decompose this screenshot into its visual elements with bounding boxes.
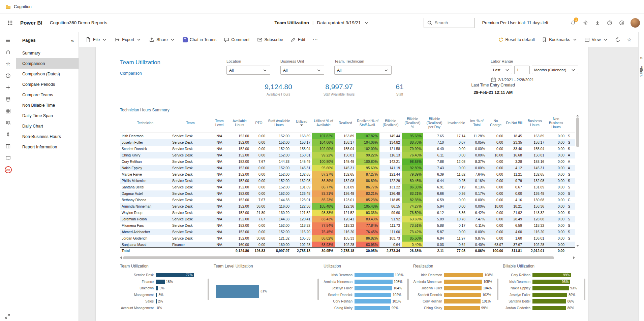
bar-finance[interactable] [156,280,165,284]
comment-button[interactable]: Comment [224,37,249,42]
subscribe-button[interactable]: Subscribe [257,37,283,42]
column-header-realized-of-staff-avail[interactable]: Realized % of Staff Avail. [356,114,379,133]
chart-scrollbar[interactable] [497,279,498,300]
search-input[interactable] [435,21,468,25]
chart-scrollbar[interactable] [407,279,409,300]
table-row[interactable]: Jordan GoderichService DeskN/A152.0030.6… [120,235,575,242]
table-row[interactable]: Sanjuana MassiFinanceN/A160.000.00160.00… [120,242,575,247]
apps-icon[interactable] [0,105,16,117]
table-horizontal-scrollbar[interactable] [120,255,575,260]
column-header-pto[interactable]: PTO [251,114,267,133]
create-plus-icon[interactable] [0,81,16,93]
bar-unknown[interactable] [156,286,158,290]
waffle-menu-icon[interactable] [4,17,16,29]
column-header-business-hours[interactable]: Business Hours [524,114,546,133]
shared-people-icon[interactable] [0,117,16,129]
column-header-no-charge[interactable]: No Charge [487,114,505,133]
bar-ching-kiniry[interactable] [355,306,390,310]
table-row[interactable]: Scarlett DonnickService DeskN/A152.000.0… [120,146,575,152]
table-row[interactable]: Ahmed AshbacherService DeskN/A152.000.00… [120,229,575,235]
view-menu[interactable]: View [584,37,608,42]
bar-jordan-goderich[interactable] [532,306,566,310]
slicer-dropdown-team-technician[interactable]: All [334,66,392,75]
feedback-button[interactable] [616,17,628,29]
bar-management[interactable] [156,293,157,297]
column-header-technician[interactable]: Technician [120,114,171,133]
bar-cory-relihan[interactable] [355,299,391,304]
page-item-compare-periods[interactable]: Compare Periods [16,79,79,90]
column-header-realized[interactable]: Realized [335,114,356,133]
fit-to-page-icon[interactable] [5,314,10,319]
reset-to-default-button[interactable]: Reset to default [498,37,535,42]
column-header-hidden[interactable] [566,114,575,133]
slicer-dropdown-business-unit[interactable]: All [280,66,324,75]
bar-irish-dearmon[interactable] [355,273,394,277]
table-row[interactable]: Filomena FarsService DeskN/A152.000.0015… [120,222,575,229]
expand-filters-icon[interactable]: « [640,55,643,60]
edit-button[interactable]: Edit [290,37,305,42]
column-header-invoiceable[interactable]: Invoiceable [446,114,467,133]
column-header-inv-of-total[interactable]: Inv. % of Total [467,114,487,133]
scroll-left-arrow[interactable] [120,256,122,259]
bar-scarlett-donnick[interactable] [444,293,481,297]
bar-sales[interactable] [156,299,157,304]
column-header-available-hours[interactable]: Available Hours [228,114,251,133]
hamburger-menu-icon[interactable] [0,34,16,46]
labor-period-dropdown[interactable]: Last [491,66,512,74]
bookmark-label[interactable]: Cognition [14,4,32,9]
favorite-star-button[interactable]: ☆ [627,37,632,43]
column-header-team-level[interactable]: Team Level [210,114,228,133]
table-row[interactable]: Phillis MckenizeService DeskN/A152.000.0… [120,178,575,184]
my-workspace-icon[interactable] [0,152,16,164]
filters-pane-label[interactable]: Filters [639,66,644,77]
cognition360-app-icon[interactable] [0,164,16,176]
table-row[interactable]: Waylon RoupService DeskN/A152.0021.80130… [120,210,575,216]
page-item-non-business-hours[interactable]: Non-Business Hours [16,131,79,142]
slicer-dropdown-location[interactable]: All [226,66,270,75]
page-item-report-information[interactable]: Report Information [16,142,79,152]
home-icon[interactable] [0,46,16,58]
learn-icon[interactable] [0,129,16,140]
table-row[interactable]: Jeremiah HollonService DeskN/A152.007.67… [120,216,575,222]
bar-arminda-ninneman[interactable] [355,280,393,284]
page-item-daily-chart[interactable]: Daily Chart [16,121,79,131]
table-row[interactable]: Cory RelihanService DeskN/A152.007.67144… [120,158,575,165]
column-header-do-not-bill[interactable]: Do Not Bill [505,114,524,133]
data-updated-label[interactable]: Data updated 3/19/21 [317,20,361,25]
export-menu[interactable]: Export [115,37,142,42]
bar-joselyn-fuller[interactable] [532,293,567,297]
scroll-up-arrow[interactable] [576,115,579,116]
bar-ching-kiniry[interactable] [444,306,480,310]
column-header-utilized-of-available[interactable]: Utilized % of Available [312,114,335,133]
page-item-comparison[interactable]: Comparison [16,58,79,69]
chart-scrollbar[interactable] [317,279,319,300]
labor-unit-dropdown[interactable]: Months (Calendar) [532,66,578,74]
column-header-utilized[interactable]: Utilized [291,114,312,133]
notifications-button[interactable]: 1 [567,17,579,29]
bar-team-level-utilization[interactable] [216,285,259,298]
page-item-comparison-dates[interactable]: Comparison (Dates) [16,69,79,79]
share-button[interactable]: Share [149,37,175,42]
refresh-button[interactable] [615,37,620,42]
workspaces-icon[interactable] [0,140,16,152]
column-header-billable-realized[interactable]: Billable (Realized) % [402,114,423,133]
chevron-down-icon[interactable] [364,20,369,26]
column-header-billable-realized[interactable]: Billable (Realized) [379,114,402,133]
column-header-staff-available-hours[interactable]: Staff Available Hours [267,114,291,133]
table-row[interactable]: Arminda NinnemanService DeskN/A152.0036.… [120,203,575,210]
table-total-row[interactable]: Total9,124.80126.838,997.972,785.1830.95… [120,247,575,254]
table-vertical-scrollbar[interactable] [576,114,580,248]
workspace-name[interactable]: Cognition360 Demo Reports [50,20,107,25]
favorites-star-icon[interactable]: ☆ [0,58,16,70]
datasets-icon[interactable] [0,93,16,105]
bookmarks-menu[interactable]: Bookmarks [542,37,578,42]
download-button[interactable] [591,17,604,29]
user-avatar[interactable] [631,18,640,28]
table-row[interactable]: Santana BeitelService DeskN/A152.000.001… [120,184,575,190]
help-button[interactable] [604,17,616,29]
bar-joselyn-fuller[interactable] [355,286,392,290]
labor-count-input[interactable]: 1 [514,66,530,74]
chart-scrollbar[interactable] [584,279,585,300]
table-row[interactable]: Bethany DibonaService DeskN/A152.007.671… [120,197,575,203]
more-options-button[interactable]: ⋯ [313,37,318,43]
